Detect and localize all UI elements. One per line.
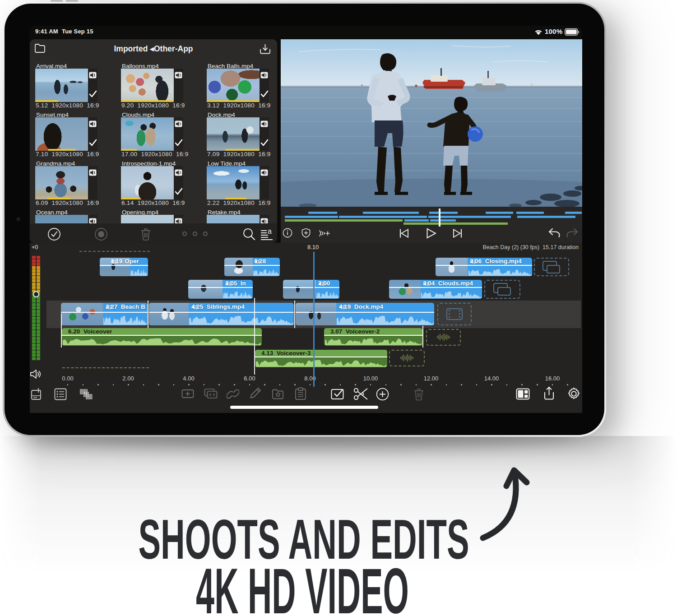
svg-text:a: a [268,227,272,235]
